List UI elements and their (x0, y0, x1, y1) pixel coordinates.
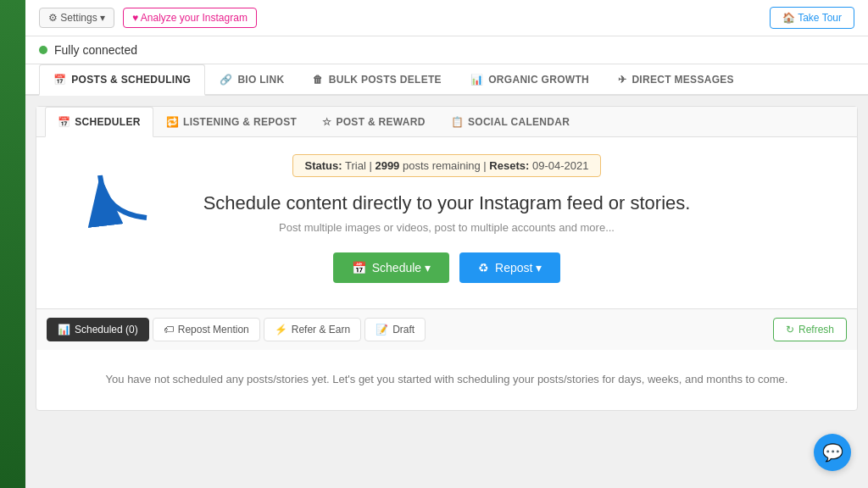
posts-remaining-label: posts remaining | (403, 159, 489, 172)
status-badge: Status: Trial | 2999 posts remaining | R… (292, 154, 602, 177)
sub-tab-scheduler[interactable]: 📅 SCHEDULER (45, 107, 153, 137)
connection-status: Fully connected (54, 43, 137, 57)
sub-tab-social-calendar[interactable]: 📋 SOCIAL CALENDAR (438, 107, 583, 136)
sub-tab-scheduler-label: SCHEDULER (75, 116, 140, 128)
send-icon: ✈ (618, 74, 626, 86)
refresh-label: Refresh (798, 324, 834, 336)
status-bar: Fully connected (25, 36, 868, 64)
sub-tab-post-reward-label: POST & REWARD (336, 116, 425, 128)
status-value: Trial | (345, 159, 375, 172)
lightning-icon: ⚡ (275, 324, 287, 336)
scheduler-heading: Schedule content directly to your Instag… (53, 192, 840, 214)
tab-bio-link-label: BIO LINK (237, 74, 284, 86)
trash-icon: 🗑 (313, 74, 323, 86)
chart-icon: 📊 (470, 74, 483, 86)
tab-repost-mention[interactable]: 🏷 Repost Mention (153, 318, 260, 341)
settings-button[interactable]: ⚙ Settings ▾ (39, 8, 114, 28)
resets-label: Resets: (489, 159, 529, 172)
scheduler-content: Status: Trial | 2999 posts remaining | R… (36, 137, 857, 308)
refresh-icon: ↻ (786, 324, 794, 336)
tab-bulk-posts-delete-label: Bulk Posts Delete (329, 74, 442, 86)
tab-bio-link[interactable]: 🔗 BIO LINK (205, 64, 298, 94)
content-area: 📅 SCHEDULER 🔁 LISTENING & REPOST ☆ POST … (36, 106, 858, 411)
pencil-icon: 📝 (376, 324, 388, 336)
tab-posts-scheduling-label: POSTS & SCHEDULING (71, 74, 191, 86)
empty-state-text: You have not scheduled any posts/stories… (106, 373, 788, 385)
repost-button[interactable]: ♻ Repost ▾ (459, 252, 560, 283)
take-tour-button[interactable]: 🏠 Take Tour (770, 7, 854, 29)
top-bar-left: ⚙ Settings ▾ ♥ Analyze your Instagram (39, 8, 257, 28)
star-icon: ☆ (322, 116, 331, 128)
tab-direct-messages[interactable]: ✈ DIRECT MESSAGES (604, 64, 748, 94)
tab-draft[interactable]: 📝 Draft (364, 318, 426, 341)
bottom-tabs-container: 📊 Scheduled (0) 🏷 Repost Mention ⚡ Refer… (36, 308, 857, 350)
chat-icon: 💬 (822, 442, 843, 463)
main-nav: 📅 POSTS & SCHEDULING 🔗 BIO LINK 🗑 Bulk P… (25, 64, 868, 96)
recycle-icon: ♻ (478, 261, 489, 274)
chat-bubble-button[interactable]: 💬 (814, 434, 851, 471)
tab-scheduled-label: Scheduled (0) (75, 324, 138, 336)
empty-state: You have not scheduled any posts/stories… (36, 350, 857, 410)
connected-dot (39, 46, 47, 54)
arrow-container (87, 163, 155, 233)
repost-icon: 🔁 (166, 116, 179, 128)
action-buttons: 📅 Schedule ▾ ♻ Repost ▾ (53, 252, 840, 283)
schedule-button[interactable]: 📅 Schedule ▾ (333, 252, 449, 283)
repost-button-label: Repost ▾ (495, 261, 542, 274)
scheduler-subheading: Post multiple images or videos, post to … (53, 221, 840, 234)
sub-nav: 📅 SCHEDULER 🔁 LISTENING & REPOST ☆ POST … (36, 107, 857, 137)
tab-repost-mention-label: Repost Mention (178, 324, 249, 336)
scheduler-icon: 📅 (58, 116, 70, 128)
sub-tab-social-calendar-label: SOCIAL CALENDAR (468, 116, 570, 128)
calendar2-icon: 📋 (451, 116, 464, 128)
tab-refer-earn[interactable]: ⚡ Refer & Earn (264, 318, 361, 341)
tab-organic-growth[interactable]: 📊 ORGANIC GROWTH (456, 64, 604, 94)
resets-value: 09-04-2021 (532, 159, 589, 172)
posts-remaining: 2999 (375, 159, 399, 172)
sub-tab-post-reward[interactable]: ☆ POST & REWARD (309, 107, 438, 136)
schedule-icon: 📅 (352, 261, 366, 274)
blue-arrow-icon (87, 163, 155, 230)
tag-icon: 🏷 (164, 324, 174, 336)
sub-tab-listening-repost-label: LISTENING & REPOST (183, 116, 297, 128)
chart2-icon: 📊 (58, 324, 70, 336)
sidebar-strip (0, 0, 25, 488)
tab-posts-scheduling[interactable]: 📅 POSTS & SCHEDULING (39, 64, 205, 96)
calendar-icon: 📅 (53, 74, 66, 86)
tab-refer-earn-label: Refer & Earn (292, 324, 350, 336)
status-label: Status: (305, 159, 342, 172)
top-bar: ⚙ Settings ▾ ♥ Analyze your Instagram 🏠 … (25, 0, 868, 36)
bottom-tabs: 📊 Scheduled (0) 🏷 Repost Mention ⚡ Refer… (47, 318, 426, 341)
tab-draft-label: Draft (392, 324, 415, 336)
schedule-button-label: Schedule ▾ (372, 261, 431, 274)
tab-organic-growth-label: ORGANIC GROWTH (488, 74, 589, 86)
sub-tab-listening-repost[interactable]: 🔁 LISTENING & REPOST (153, 107, 309, 136)
link-icon: 🔗 (220, 74, 232, 86)
tab-bulk-posts-delete[interactable]: 🗑 Bulk Posts Delete (298, 64, 455, 94)
tab-scheduled[interactable]: 📊 Scheduled (0) (47, 318, 149, 341)
refresh-button[interactable]: ↻ Refresh (773, 318, 847, 341)
tab-direct-messages-label: DIRECT MESSAGES (632, 74, 734, 86)
analyze-instagram-button[interactable]: ♥ Analyze your Instagram (123, 8, 257, 28)
